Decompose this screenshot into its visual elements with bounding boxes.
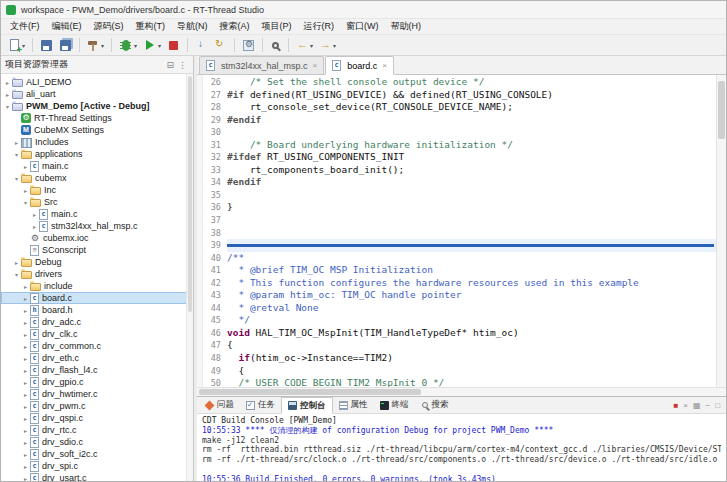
sdk-manager-button[interactable] <box>240 37 257 54</box>
code-line-36[interactable]: 36} <box>203 201 716 214</box>
chevron-collapsed-icon[interactable]: ▸ <box>21 355 30 362</box>
tree-item-cubemx[interactable]: ▾cubemx <box>1 172 193 184</box>
chevron-collapsed-icon[interactable]: ▸ <box>21 343 30 350</box>
tree-item-board-h[interactable]: ▸hboard.h <box>1 304 193 316</box>
code-line-35[interactable]: 35 <box>203 189 716 202</box>
tree-item-drv-pwm-c[interactable]: ▸cdrv_pwm.c <box>1 400 193 412</box>
chevron-collapsed-icon[interactable]: ▸ <box>21 331 30 338</box>
chevron-collapsed-icon[interactable]: ▸ <box>21 463 30 470</box>
clear-console-icon[interactable]: ▦ <box>693 401 701 410</box>
remove-launch-icon[interactable]: × <box>683 401 688 410</box>
chevron-collapsed-icon[interactable]: ▸ <box>21 307 30 314</box>
chevron-expanded-icon[interactable]: ▾ <box>21 199 30 206</box>
tree-item-ali-uart[interactable]: ▸ali_uart <box>1 88 193 100</box>
chevron-collapsed-icon[interactable]: ▸ <box>30 223 39 230</box>
console-tab-problems[interactable]: 问题 <box>199 397 240 413</box>
code-editor[interactable]: 26 /* Set the shell console output devic… <box>197 75 726 387</box>
menu-source[interactable]: 源码(S) <box>88 19 130 34</box>
tree-item-include[interactable]: ▸include <box>1 280 193 292</box>
code-line-47[interactable]: 47{ <box>203 339 716 352</box>
menu-navigate[interactable]: 导航(N) <box>171 19 214 34</box>
debug-button[interactable]: ▾ <box>117 37 139 54</box>
chevron-collapsed-icon[interactable]: ▸ <box>21 415 30 422</box>
chevron-collapsed-icon[interactable]: ▸ <box>21 367 30 374</box>
code-line-32[interactable]: 32#ifdef RT_USING_COMPONENTS_INIT <box>203 151 716 164</box>
tree-item-src[interactable]: ▾Src <box>1 196 193 208</box>
code-line-41[interactable]: 41 * @brief TIM_OC MSP Initialization <box>203 264 716 277</box>
chevron-expanded-icon[interactable]: ▾ <box>12 175 21 182</box>
dropdown-arrow-icon[interactable]: ▾ <box>333 42 336 49</box>
dropdown-arrow-icon[interactable]: ▾ <box>134 42 137 49</box>
tree-item-rt-thread-settings[interactable]: ⚙RT-Thread Settings <box>1 112 193 124</box>
code-line-33[interactable]: 33 rt_components_board_init(); <box>203 164 716 177</box>
refresh-button[interactable] <box>212 37 229 54</box>
code-line-39[interactable]: 39 <box>203 239 716 252</box>
menu-project[interactable]: 项目(P) <box>256 19 298 34</box>
minimize-panel-icon[interactable]: − <box>705 401 710 410</box>
code-line-37[interactable]: 37 <box>203 214 716 227</box>
new-file-button[interactable]: ▾ <box>6 37 27 53</box>
code-line-31[interactable]: 31 /* Board underlying hardware initiali… <box>203 139 716 152</box>
chevron-collapsed-icon[interactable]: ▸ <box>3 91 12 98</box>
chevron-collapsed-icon[interactable]: ▸ <box>21 379 30 386</box>
tree-item-applications[interactable]: ▾applications <box>1 148 193 160</box>
code-line-34[interactable]: 34#endif <box>203 176 716 189</box>
code-line-50[interactable]: 50 /* USER CODE BEGIN TIM2_MspInit 0 */ <box>203 377 716 387</box>
tree-item-drv-flash-l4-c[interactable]: ▸cdrv_flash_l4.c <box>1 364 193 376</box>
dropdown-arrow-icon[interactable]: ▾ <box>101 42 104 49</box>
menu-help[interactable]: 帮助(H) <box>385 19 428 34</box>
editor-tab-board-c[interactable]: cboard.c× <box>325 56 394 75</box>
close-tab-icon[interactable]: × <box>313 61 318 70</box>
tree-item-includes[interactable]: ▸Includes <box>1 136 193 148</box>
chevron-collapsed-icon[interactable]: ▸ <box>21 475 30 482</box>
save-button[interactable] <box>38 37 55 54</box>
chevron-collapsed-icon[interactable]: ▸ <box>21 163 30 170</box>
chevron-collapsed-icon[interactable]: ▸ <box>21 391 30 398</box>
maximize-panel-icon[interactable]: □ <box>715 401 720 410</box>
chevron-collapsed-icon[interactable]: ▸ <box>3 79 12 86</box>
tree-item-drv-spi-c[interactable]: ▸cdrv_spi.c <box>1 460 193 472</box>
tree-item-cubemx-settings[interactable]: MCubeMX Settings <box>1 124 193 136</box>
menu-refactor[interactable]: 重构(T) <box>130 19 172 34</box>
tree-item-drv-rtc-c[interactable]: ▸cdrv_rtc.c <box>1 424 193 436</box>
tree-item-drv-adc-c[interactable]: ▸cdrv_adc.c <box>1 316 193 328</box>
tree-item-sconscript[interactable]: ≡SConscript <box>1 244 193 256</box>
chevron-collapsed-icon[interactable]: ▸ <box>21 295 30 302</box>
terminate-console-icon[interactable]: ■ <box>673 401 678 410</box>
tree-item-cubemx-ioc[interactable]: ⚙cubemx.ioc <box>1 232 193 244</box>
editor-horizontal-scrollbar[interactable] <box>197 387 726 396</box>
console-tab-tasks[interactable]: 任务 <box>240 397 281 413</box>
explorer-scrollbar-thumb[interactable] <box>188 76 192 312</box>
chevron-collapsed-icon[interactable]: ▸ <box>21 283 30 290</box>
dropdown-arrow-icon[interactable]: ▾ <box>310 42 313 49</box>
download-button[interactable] <box>193 37 210 54</box>
menu-window[interactable]: 窗口(W) <box>340 19 385 34</box>
tree-item-ali-demo[interactable]: ▸ALI_DEMO <box>1 76 193 88</box>
code-line-28[interactable]: 28 rt_console_set_device(RT_CONSOLE_DEVI… <box>203 101 716 114</box>
tree-item-main-c[interactable]: ▸cmain.c <box>1 208 193 220</box>
tree-item-drv-sdio-c[interactable]: ▸cdrv_sdio.c <box>1 436 193 448</box>
menu-edit[interactable]: 编辑(E) <box>46 19 88 34</box>
save-all-button[interactable] <box>57 37 74 54</box>
tree-item-stm32l4xx-hal-msp-c[interactable]: ▸cstm32l4xx_hal_msp.c <box>1 220 193 232</box>
chevron-collapsed-icon[interactable]: ▸ <box>30 211 39 218</box>
code-line-38[interactable]: 38 <box>203 227 716 240</box>
tree-item-drv-clk-c[interactable]: ▸cdrv_clk.c <box>1 328 193 340</box>
tree-item-drv-common-c[interactable]: ▸cdrv_common.c <box>1 340 193 352</box>
editor-vertical-scrollbar-thumb[interactable] <box>718 81 725 139</box>
chevron-expanded-icon[interactable]: ▾ <box>12 271 21 278</box>
menu-file[interactable]: 文件(F) <box>4 19 46 34</box>
tree-item-drivers[interactable]: ▾drivers <box>1 268 193 280</box>
forward-button[interactable]: ▾ <box>317 37 338 54</box>
code-line-44[interactable]: 44 * @retval None <box>203 302 716 315</box>
dropdown-arrow-icon[interactable]: ▾ <box>22 42 25 49</box>
build-button[interactable]: ▾ <box>85 37 106 54</box>
tree-item-drv-gpio-c[interactable]: ▸cdrv_gpio.c <box>1 376 193 388</box>
chevron-collapsed-icon[interactable]: ▸ <box>21 439 30 446</box>
console-tab-search[interactable]: 搜索 <box>415 397 455 413</box>
chevron-collapsed-icon[interactable]: ▸ <box>21 427 30 434</box>
tree-item-pwm-demo-active-debug[interactable]: ▾PWM_Demo [Active - Debug] <box>1 100 193 112</box>
chevron-collapsed-icon[interactable]: ▸ <box>21 187 30 194</box>
run-button[interactable]: ▾ <box>141 37 163 53</box>
code-line-40[interactable]: 40/** <box>203 252 716 265</box>
